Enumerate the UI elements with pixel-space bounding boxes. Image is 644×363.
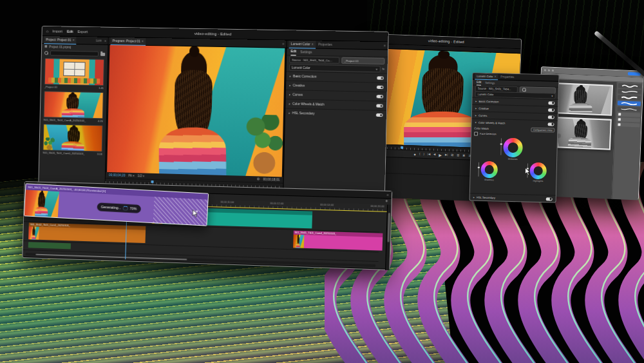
overflow-icon[interactable]: »	[104, 39, 106, 43]
scene-figure-sweater	[62, 108, 84, 118]
search-input[interactable]	[50, 50, 99, 56]
ruler-label: 00;00;10;00	[220, 201, 234, 204]
brush-preset[interactable]	[618, 95, 641, 101]
brush-preset[interactable]	[618, 83, 641, 89]
section-hsl-secondary[interactable]: ▸ HSL Secondary	[285, 108, 386, 120]
highlights-wheel[interactable]	[529, 162, 547, 180]
toolbar-icon[interactable]	[544, 69, 546, 71]
folder-icon[interactable]	[100, 52, 105, 55]
lumetri-panel-floating: Lumetri Color × Properties Edit Settings…	[469, 72, 560, 202]
app-menu: Import Edit Export	[52, 29, 88, 34]
lift-icon[interactable]: ▤	[451, 154, 453, 157]
scene-figure-sweater	[32, 235, 35, 240]
layer-row[interactable]	[617, 112, 640, 117]
tab-properties[interactable]: Properties	[500, 75, 514, 79]
bin-item-clip[interactable]: S01_Sh01_Tk04_CamA_20250103_ 4:20	[43, 91, 103, 123]
shadows-wheel[interactable]	[480, 161, 498, 179]
brush-preset-selected[interactable]	[618, 101, 641, 106]
timeline-clip-magenta[interactable]: S01_Sh05_Tk01_Cam4_20250103_	[293, 231, 383, 251]
playhead-marker[interactable]	[151, 181, 154, 183]
tab-properties[interactable]: Properties	[318, 43, 332, 46]
scene-figure	[410, 54, 475, 147]
toolbar-icon[interactable]	[548, 70, 550, 72]
subtab-edit[interactable]: Edit	[290, 48, 296, 55]
layer-row[interactable]	[617, 117, 640, 123]
subtab-edit[interactable]: Edit	[477, 79, 481, 85]
section-label: Curves	[292, 93, 303, 96]
close-icon[interactable]: ×	[312, 42, 314, 46]
fx-toggle[interactable]	[546, 197, 553, 201]
close-icon[interactable]: ×	[142, 39, 144, 43]
scene-figure	[571, 86, 591, 113]
tab-project[interactable]: Project: Project 01 ×	[44, 36, 76, 44]
face-detection-label: Face Detection	[480, 133, 497, 136]
playhead-marker[interactable]	[401, 146, 403, 149]
chevron-right-icon: ▸	[475, 99, 477, 103]
menu-export[interactable]: Export	[77, 30, 88, 34]
subtab-settings[interactable]: Settings	[485, 81, 495, 84]
mark-in-icon[interactable]: {	[419, 153, 421, 155]
brush-preset[interactable]	[618, 89, 641, 95]
bin-item-sequence[interactable]: _Project 01 1:41	[44, 58, 104, 90]
program-preview	[106, 45, 286, 177]
clip-thumbnail	[293, 234, 304, 248]
mark-out-icon[interactable]: }	[423, 153, 424, 155]
close-icon[interactable]: ×	[494, 74, 496, 78]
section-label: Curves	[478, 113, 487, 117]
midtones-slider[interactable]	[500, 138, 502, 155]
menu-edit[interactable]: Edit	[67, 30, 73, 34]
layer-row[interactable]	[616, 123, 639, 128]
export-frame-icon[interactable]: ▣	[462, 155, 465, 157]
close-icon[interactable]: ×	[73, 38, 75, 42]
fx-toggle[interactable]	[548, 101, 554, 104]
play-icon[interactable]: ▶	[439, 153, 442, 157]
color-wheels: Shadows Midtones Highlights	[470, 136, 557, 195]
panel-menu-icon[interactable]: ≡	[283, 43, 285, 46]
shadows-label: Shadows	[480, 179, 497, 182]
comparison-view-button[interactable]: Comparison View	[531, 128, 555, 133]
subtab-settings[interactable]: Settings	[300, 50, 312, 54]
midtones-wheel[interactable]	[503, 138, 523, 158]
ruler-label: 00;00;14;00	[320, 204, 334, 207]
go-to-out-icon[interactable]: ▶|	[445, 154, 448, 157]
fx-toggle[interactable]	[376, 113, 383, 117]
shadows-slider[interactable]	[478, 162, 480, 177]
toolbar-icon[interactable]	[552, 70, 554, 72]
fit-dropdown[interactable]: Fit ▾	[129, 174, 135, 177]
extract-icon[interactable]: ▥	[457, 154, 459, 157]
target-sequence-chip[interactable]: _Project 01	[341, 57, 384, 64]
clip-thumbnail	[28, 226, 39, 240]
preset-label: Lumetri Color	[478, 93, 494, 97]
chevron-right-icon: ▸	[289, 93, 290, 96]
panel-menu-icon[interactable]: ≡	[384, 44, 386, 47]
storyboard-frame-1[interactable]	[549, 83, 613, 116]
face-detection-checkbox[interactable]	[474, 132, 478, 135]
tab-overflow[interactable]: Lum	[96, 39, 102, 42]
timeline-settings-icon[interactable]: ⚙	[385, 201, 388, 203]
panel-menu-icon[interactable]: ≡	[387, 193, 389, 196]
bin-item-clip[interactable]: S01_Sh06_Tk01_Cam0_20250103_ 3:18	[43, 124, 102, 156]
settings-icon[interactable]: ⚙	[256, 177, 260, 181]
scene-figure	[35, 191, 48, 217]
source-clip-chip[interactable]: Source · S01_Sh01_Tk04_Ca…	[289, 56, 339, 64]
brush-preset[interactable]	[617, 106, 640, 112]
generating-status-text: Generating...	[101, 205, 121, 210]
fx-toggle[interactable]	[547, 123, 554, 126]
fx-toggle[interactable]	[548, 115, 554, 119]
fx-toggle[interactable]	[548, 108, 554, 112]
step-back-icon[interactable]: ◀	[433, 153, 435, 156]
fx-toggle[interactable]	[377, 86, 384, 89]
go-to-in-icon[interactable]: |◀	[428, 153, 430, 156]
resolution-dropdown[interactable]: 1/2 ▾	[138, 174, 144, 177]
color-match-label: Color Match	[474, 126, 489, 130]
fx-toggle[interactable]	[377, 95, 384, 98]
generating-clip-thumbnail	[24, 190, 59, 217]
fx-icon[interactable]: fx	[382, 68, 384, 71]
fx-toggle[interactable]	[377, 76, 384, 79]
tab-lumetri-color[interactable]: Lumetri Color ×	[289, 40, 316, 48]
fx-toggle[interactable]	[376, 104, 383, 107]
tab-program[interactable]: Program: Project 01 ×	[111, 37, 146, 45]
chevron-right-icon: ▸	[475, 113, 477, 117]
menu-import[interactable]: Import	[52, 29, 62, 33]
record-icon[interactable]: ●	[413, 152, 416, 156]
